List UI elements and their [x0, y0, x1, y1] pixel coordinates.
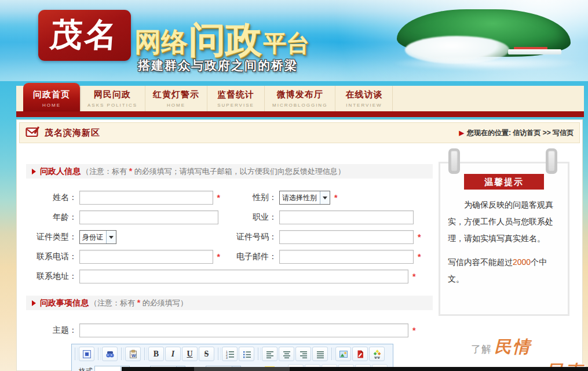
row-subject: 主题： * [26, 323, 433, 338]
island-image [390, 9, 581, 68]
chevron-down-icon [106, 231, 116, 243]
insert-image-icon[interactable] [335, 347, 351, 361]
site-banner: 茂名 网络 问政 平台 搭建群众与政府之间的桥梁 [0, 0, 588, 81]
phone-label: 联系电话： [26, 252, 77, 262]
section-petitioner-info: 问政人信息 （注意：标有 * 的必须填写；请填写电子邮箱，以方便我们向您反馈处理… [26, 164, 433, 179]
row-phone-email: 联系电话： * 电子邮件： * [26, 249, 433, 264]
row-address: 联系地址： * [26, 269, 433, 284]
nav-tab-home[interactable]: 问政首页 HOME [23, 83, 80, 111]
unordered-list-icon[interactable] [239, 347, 254, 361]
main-panel: 茂名滨海新区 ▶ 您现在的位置: 信访首页 >> 写信页 问政人信息 （注意：标… [16, 119, 583, 371]
insert-flash-icon[interactable] [352, 347, 368, 361]
char-limit-value: 2000 [513, 257, 531, 267]
address-label: 联系地址： [26, 271, 77, 282]
occupation-label: 职业： [227, 212, 277, 223]
email-input[interactable] [279, 250, 414, 264]
bold-icon[interactable]: B [148, 347, 164, 361]
id-type-select[interactable]: 身份证 [79, 230, 116, 244]
row-age-occupation: 年龄： 职业： [26, 210, 433, 225]
id-number-label: 证件号码： [227, 232, 277, 242]
tips-paragraph-1: 为确保反映的问题客观真实，方便工作人员与您联系处理，请如实填写真实姓名。 [448, 197, 560, 247]
page: 茂名 网络 问政 平台 搭建群众与政府之间的桥梁 问政首页 HOME 网民问政 … [0, 0, 588, 371]
nav-tab-interview[interactable]: 在线访谈 INTERVIEW [335, 86, 393, 111]
align-justify-icon[interactable] [312, 347, 328, 361]
row-idtype-idnumber: 证件类型： 身份证 证件号码： * [26, 230, 433, 245]
section-triangle-icon [32, 169, 36, 174]
slogan-line-1: 了解 民情 [471, 336, 574, 359]
location-arrow-icon: ▶ [459, 129, 464, 137]
banner-title-part1: 网络 [134, 24, 188, 60]
breadcrumb: 茂名滨海新区 ▶ 您现在的位置: 信访首页 >> 写信页 [19, 122, 580, 143]
paste-from-word-icon[interactable]: W [125, 347, 141, 361]
insert-map-icon[interactable] [369, 347, 385, 361]
section-triangle-icon [32, 300, 36, 306]
gender-select[interactable]: 请选择性别 [279, 191, 330, 205]
address-input[interactable] [79, 270, 408, 283]
banner-title-part3: 平台 [263, 27, 309, 60]
align-center-icon[interactable] [279, 347, 294, 361]
editor-toolbar-row1: W B I U S 123 [72, 344, 393, 363]
tips-box: 温馨提示 为确保反映的问题客观真实，方便工作人员与您联系处理，请如实填写真实姓名… [439, 162, 569, 316]
nav-divider-bar [16, 111, 584, 117]
banner-slogan: 搭建群众与政府之间的桥梁 [138, 57, 298, 74]
align-right-icon[interactable] [295, 347, 311, 361]
underline-icon[interactable]: U [182, 347, 198, 361]
name-input[interactable] [79, 191, 213, 205]
banner-title: 网络 问政 平台 [134, 10, 309, 60]
section-matter-info: 问政事项信息 （注意：标有 * 的必须填写） [26, 296, 433, 310]
subject-input[interactable] [79, 323, 408, 337]
binder-ring-icon [546, 148, 557, 174]
name-label: 姓名： [26, 192, 77, 203]
logo-text: 茂名 [48, 13, 120, 57]
maximize-icon[interactable] [79, 347, 94, 361]
id-number-input[interactable] [279, 230, 414, 244]
tips-paragraph-2: 写信内容不能超过2000个中文。 [448, 254, 560, 288]
gender-label: 性别： [227, 192, 277, 203]
nav-tab-weibo-hall[interactable]: 微博发布厅 MICROBLOGGING [265, 86, 335, 111]
age-label: 年龄： [26, 212, 77, 223]
occupation-input[interactable] [279, 210, 414, 224]
email-label: 电子邮件： [227, 252, 277, 262]
subject-label: 主题： [26, 325, 77, 336]
find-replace-icon[interactable] [102, 347, 118, 361]
bottom-clipped-bar [122, 367, 588, 371]
age-input[interactable] [79, 210, 218, 224]
format-label: 格式 [79, 366, 93, 371]
strikethrough-icon[interactable]: S [199, 347, 214, 361]
binder-ring-icon [448, 148, 460, 174]
nav-tab-warning-lights[interactable]: 红黄灯警示 HOME [145, 86, 207, 111]
site-logo: 茂名 [38, 10, 131, 61]
italic-icon[interactable]: I [165, 347, 181, 361]
tips-title: 温馨提示 [464, 174, 544, 190]
current-location: 您现在的位置: 信访首页 >> 写信页 [467, 128, 574, 138]
row-name-gender: 姓名： * 性别： 请选择性别 * [26, 190, 433, 205]
letter-form: 问政人信息 （注意：标有 * 的必须填写；请填写电子邮箱，以方便我们向您反馈处理… [26, 164, 433, 371]
svg-text:3: 3 [226, 356, 228, 359]
chevron-down-icon [320, 191, 330, 204]
svg-text:W: W [132, 352, 136, 358]
page-title: 茂名滨海新区 [45, 128, 100, 139]
phone-input[interactable] [79, 250, 213, 264]
tips-sidebar: 温馨提示 为确保反映的问题客观真实，方便工作人员与您联系处理，请如实填写真实姓名… [439, 157, 574, 371]
ordered-list-icon[interactable]: 123 [222, 347, 238, 361]
id-type-label: 证件类型： [26, 232, 77, 242]
mail-pen-icon [25, 125, 40, 141]
nav-tab-netizen-politics[interactable]: 网民问政 ASKS POLITICS [80, 86, 145, 111]
main-navigation: 问政首页 HOME 网民问政 ASKS POLITICS 红黄灯警示 HOME … [16, 86, 584, 117]
align-left-icon[interactable] [262, 347, 277, 361]
nav-tab-supervision-stats[interactable]: 监督统计 SUPERVISE [207, 86, 265, 111]
